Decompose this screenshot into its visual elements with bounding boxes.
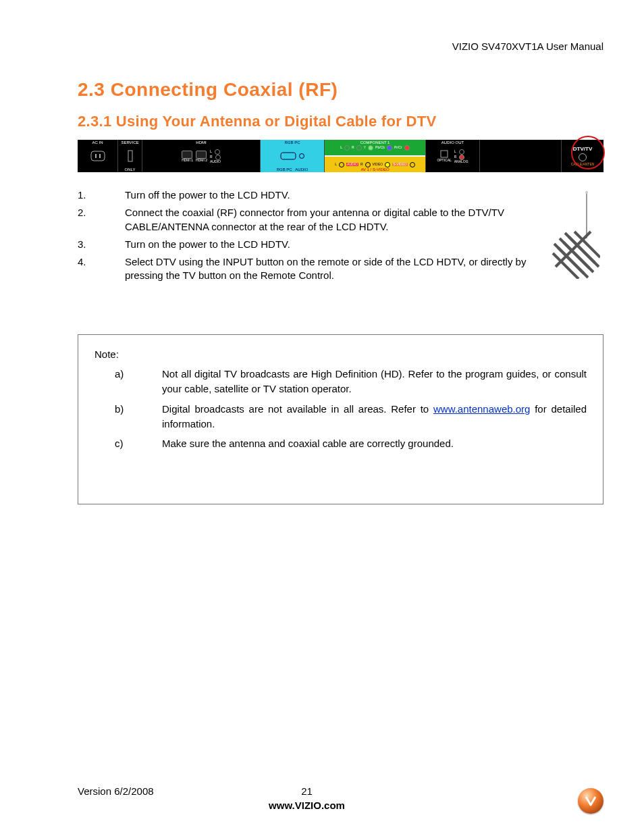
- label-pr: Pr/Cr: [394, 146, 402, 149]
- ac-in-icon: [90, 151, 105, 161]
- step-number: 2.: [78, 206, 125, 234]
- antennaweb-link[interactable]: www.antennaweb.org: [433, 403, 530, 415]
- list-item: 2. Connect the coaxial (RF) connector fr…: [78, 206, 529, 234]
- note-letter: c): [95, 436, 162, 451]
- label-hdmi1: HDMI 1: [182, 159, 193, 162]
- label-dtv-tv: DTV/TV: [573, 147, 592, 152]
- list-item: b) Digital broadcasts are not available …: [95, 402, 587, 432]
- heading-2-3-title: Connecting Coaxial (RF): [111, 79, 338, 100]
- instruction-list: 1. Turn off the power to the LCD HDTV. 2…: [78, 188, 535, 287]
- step-text: Turn on the power to the LCD HDTV.: [125, 238, 290, 251]
- list-item: a) Not all digital TV broadcasts are Hig…: [95, 367, 587, 396]
- note-label: Note:: [95, 347, 587, 362]
- hdmi-port-icon: [196, 151, 207, 159]
- label-av1-svideo: AV 1 / S-VIDEO: [325, 167, 425, 172]
- svg-rect-5: [441, 151, 448, 157]
- vga-port-icon: [280, 152, 296, 160]
- label-audio: AUDIO: [346, 163, 358, 166]
- footer-page-number: 21: [208, 785, 406, 797]
- note-text-pre: Digital broadcasts are not available in …: [162, 403, 433, 415]
- label-hdmi: HDMI: [142, 140, 260, 145]
- vizio-logo-icon: [578, 788, 603, 814]
- label-l: L: [210, 150, 212, 153]
- svg-point-7: [585, 191, 588, 194]
- step-number: 1.: [78, 188, 125, 202]
- label-l: L: [335, 163, 337, 166]
- label-service: SERVICE: [118, 140, 142, 145]
- note-text: Make sure the antenna and coaxial cable …: [162, 436, 587, 451]
- heading-2-3-1-number: 2.3.1: [78, 113, 111, 130]
- svg-rect-3: [128, 151, 132, 161]
- step-text: Connect the coaxial (RF) connector from …: [125, 206, 529, 234]
- label-l: L: [340, 146, 342, 149]
- label-analog: ANALOG: [454, 160, 468, 163]
- label-optical: OPTICAL: [437, 159, 451, 162]
- list-item: 1. Turn off the power to the LCD HDTV.: [78, 188, 529, 202]
- svg-rect-1: [95, 154, 97, 158]
- label-y: Y: [364, 146, 366, 149]
- heading-2-3-1-title: Using Your Antenna or Digital Cable for …: [116, 113, 437, 130]
- jack-icon: [299, 153, 304, 159]
- jack-icon: [344, 145, 350, 151]
- svg-rect-4: [281, 153, 296, 159]
- jack-icon: [385, 162, 390, 167]
- label-r: R: [454, 155, 457, 159]
- jack-icon: [459, 149, 464, 155]
- label-pb: Pb/Cb: [375, 146, 385, 149]
- jack-icon: [404, 145, 410, 151]
- label-video: VIDEO: [373, 163, 383, 166]
- svg-rect-2: [99, 154, 101, 158]
- step-text: Select DTV using the INPUT button on the…: [125, 255, 529, 283]
- heading-2-3-number: 2.3: [78, 79, 105, 100]
- jack-icon: [339, 162, 344, 167]
- heading-2-3-1: 2.3.1 Using Your Antenna or Digital Cabl…: [78, 113, 603, 130]
- label-rgb-pc-bot: RGB PC: [277, 167, 292, 172]
- note-letter: a): [95, 367, 162, 396]
- step-text: Turn off the power to the LCD HDTV.: [125, 188, 290, 202]
- jack-icon: [365, 162, 371, 167]
- rear-panel-diagram: AC IN SERVICE ONLY HDMI HDMI 1 HDMI 2 L: [78, 140, 603, 172]
- list-item: 3. Turn on the power to the LCD HDTV.: [78, 238, 529, 251]
- note-text: Not all digital TV broadcasts are High D…: [162, 367, 587, 396]
- label-hdmi2: HDMI 2: [196, 159, 207, 162]
- note-text: Digital broadcasts are not available in …: [162, 402, 587, 432]
- list-item: c) Make sure the antenna and coaxial cab…: [95, 436, 587, 451]
- label-audio: AUDIO: [295, 167, 308, 172]
- jack-icon: [356, 145, 362, 151]
- antenna-icon: [546, 191, 600, 279]
- label-r: R: [360, 163, 363, 166]
- step-number: 3.: [78, 238, 125, 251]
- label-r: R: [210, 155, 213, 159]
- note-box: Note: a) Not all digital TV broadcasts a…: [78, 334, 603, 505]
- step-number: 4.: [78, 255, 125, 283]
- list-item: 4. Select DTV using the INPUT button on …: [78, 255, 529, 283]
- jack-icon: [410, 162, 415, 167]
- usb-icon: [127, 149, 134, 163]
- label-service-only: ONLY: [118, 167, 142, 172]
- label-l: L: [454, 150, 456, 153]
- label-audio-out: AUDIO OUT: [426, 140, 479, 145]
- page-header: VIZIO SV470XVT1A User Manual: [78, 41, 603, 52]
- label-audio: AUDIO: [210, 160, 221, 163]
- svg-rect-0: [91, 151, 105, 161]
- label-cable-antenna: CABLE/ANTEN: [571, 163, 595, 166]
- label-ac-in: AC IN: [78, 140, 117, 145]
- jack-icon: [368, 145, 373, 151]
- label-component1: COMPONENT 1: [325, 140, 425, 145]
- label-rgb-pc-top: RGB PC: [261, 140, 324, 145]
- coax-port-icon: [579, 153, 587, 161]
- jack-icon: [215, 149, 220, 155]
- jack-icon: [387, 145, 392, 151]
- hdmi-port-icon: [182, 151, 192, 159]
- optical-port-icon: [440, 150, 448, 158]
- label-r: R: [352, 146, 354, 149]
- footer-website: www.VIZIO.com: [10, 800, 603, 811]
- note-letter: b): [95, 402, 162, 432]
- heading-2-3: 2.3 Connecting Coaxial (RF): [78, 79, 603, 101]
- page-footer: Version 6/2/2008 21 www.VIZIO.com: [78, 785, 603, 811]
